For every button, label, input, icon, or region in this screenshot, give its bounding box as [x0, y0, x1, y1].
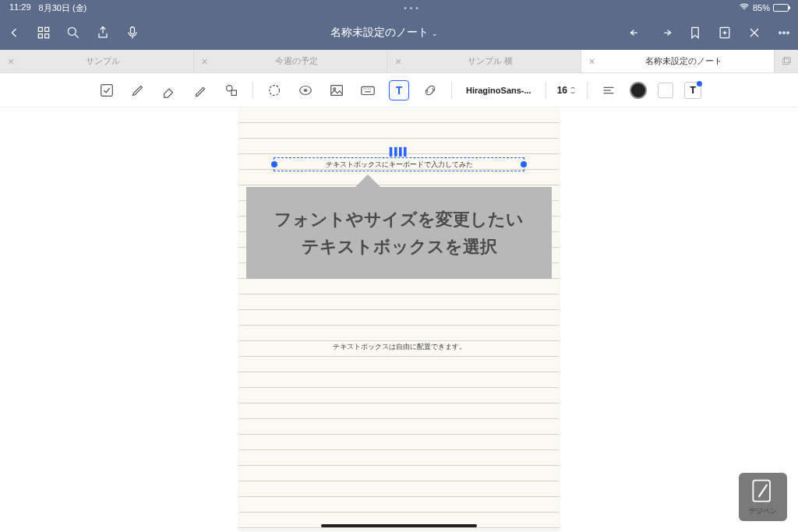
- svg-rect-25: [362, 86, 375, 94]
- bg-color-swatch[interactable]: [658, 83, 673, 98]
- svg-point-13: [779, 32, 782, 34]
- font-size-selector[interactable]: 16: [557, 85, 576, 96]
- resize-handle-right[interactable]: [521, 161, 527, 167]
- svg-rect-34: [753, 481, 770, 502]
- svg-line-6: [76, 35, 79, 38]
- tab-close-icon[interactable]: ×: [202, 55, 208, 68]
- watermark-label: デジペン: [749, 506, 777, 516]
- toolbar-separator: [587, 82, 588, 99]
- svg-point-15: [787, 32, 789, 34]
- tab-close-icon[interactable]: ×: [589, 55, 595, 68]
- image-tool-icon[interactable]: [327, 80, 347, 100]
- tab-sample-h[interactable]: ×サンプル 横: [387, 50, 581, 72]
- keyboard-tool-icon[interactable]: [358, 80, 378, 100]
- home-indicator[interactable]: [321, 524, 477, 527]
- status-time: 11:29: [9, 2, 31, 14]
- note-page[interactable]: ▌▌▌▌ テキストボックスにキーボードで入力してみた テキストボックスは自由に配…: [239, 109, 559, 530]
- toolbar-separator: [451, 82, 452, 99]
- tab-sample[interactable]: ×サンプル: [0, 50, 194, 72]
- svg-point-5: [68, 27, 76, 35]
- eraser-tool-icon[interactable]: [159, 80, 179, 100]
- tab-close-icon[interactable]: ×: [395, 55, 401, 68]
- tab-close-icon[interactable]: ×: [8, 55, 14, 68]
- more-icon[interactable]: [776, 25, 792, 41]
- toolbar-separator: [252, 82, 253, 99]
- zoom-tool-icon[interactable]: [97, 80, 117, 100]
- text-color-swatch[interactable]: [630, 82, 647, 99]
- textbox-plain[interactable]: テキストボックスは自由に配置できます。: [239, 342, 559, 352]
- chevron-down-icon: ⌄: [432, 30, 438, 37]
- text-tool-icon[interactable]: T: [389, 80, 409, 100]
- document-title[interactable]: 名称未設定のノート⌄: [140, 26, 628, 40]
- svg-rect-2: [45, 27, 49, 31]
- annotation-callout: フォントやサイズを変更したい テキストボックスを選択: [246, 187, 552, 279]
- status-bar: 11:29 8月30日 (金) ••• 85%: [0, 0, 798, 16]
- annotation-line1: フォントやサイズを変更したい: [274, 206, 524, 233]
- svg-rect-23: [331, 85, 343, 95]
- battery-icon: [773, 4, 789, 12]
- watermark: デジペン: [739, 473, 787, 521]
- bookmark-icon[interactable]: [687, 25, 703, 41]
- svg-rect-16: [782, 58, 789, 64]
- svg-rect-7: [131, 27, 135, 34]
- svg-point-14: [783, 32, 786, 34]
- battery-percent: 85%: [753, 3, 770, 12]
- drag-handle-icon[interactable]: ▌▌▌▌: [390, 147, 408, 156]
- svg-rect-17: [784, 57, 790, 62]
- textbox-content: テキストボックスにキーボードで入力してみた: [326, 160, 473, 170]
- svg-point-24: [334, 87, 336, 90]
- canvas-area[interactable]: ▌▌▌▌ テキストボックスにキーボードで入力してみた テキストボックスは自由に配…: [0, 107, 798, 532]
- toolbar: T HiraginoSans-... 16 T: [0, 73, 798, 107]
- link-tool-icon[interactable]: [420, 80, 440, 100]
- text-style-button[interactable]: T: [684, 82, 701, 99]
- svg-rect-18: [101, 84, 113, 96]
- align-icon[interactable]: [598, 80, 619, 100]
- highlighter-tool-icon[interactable]: [190, 80, 210, 100]
- wifi-icon: [739, 2, 750, 14]
- search-icon[interactable]: [65, 25, 81, 41]
- svg-rect-4: [45, 34, 49, 38]
- tab-bar: ×サンプル ×今週の予定 ×サンプル 横 ×名称未設定のノート: [0, 50, 798, 73]
- svg-point-21: [270, 85, 280, 95]
- status-date: 8月30日 (金): [39, 2, 87, 14]
- tab-schedule[interactable]: ×今週の予定: [194, 50, 388, 72]
- undo-icon[interactable]: [628, 25, 644, 41]
- svg-rect-3: [38, 34, 42, 38]
- shapes-tool-icon[interactable]: [221, 80, 242, 100]
- add-page-icon[interactable]: [717, 25, 733, 41]
- svg-line-35: [759, 484, 768, 497]
- favorites-tool-icon[interactable]: [295, 80, 316, 100]
- selected-textbox[interactable]: ▌▌▌▌ テキストボックスにキーボードで入力してみた: [274, 157, 524, 171]
- tab-untitled[interactable]: ×名称未設定のノート: [581, 50, 775, 72]
- nav-bar: 名称未設定のノート⌄: [0, 16, 798, 50]
- resize-handle-left[interactable]: [271, 161, 277, 167]
- svg-point-0: [743, 9, 744, 10]
- svg-rect-1: [38, 27, 42, 31]
- new-window-icon[interactable]: [775, 50, 798, 72]
- close-icon[interactable]: [747, 25, 762, 41]
- microphone-icon[interactable]: [125, 25, 140, 41]
- font-name-selector[interactable]: HiraginoSans-...: [463, 86, 535, 95]
- back-icon[interactable]: [6, 25, 22, 41]
- lasso-tool-icon[interactable]: [264, 80, 284, 100]
- share-icon[interactable]: [95, 25, 111, 41]
- grid-icon[interactable]: [36, 25, 51, 41]
- pen-tool-icon[interactable]: [128, 80, 148, 100]
- annotation-line2: テキストボックスを選択: [274, 233, 524, 260]
- multitask-dots[interactable]: •••: [87, 4, 739, 12]
- toolbar-separator: [546, 82, 546, 99]
- svg-rect-20: [231, 90, 236, 95]
- redo-icon[interactable]: [658, 25, 673, 41]
